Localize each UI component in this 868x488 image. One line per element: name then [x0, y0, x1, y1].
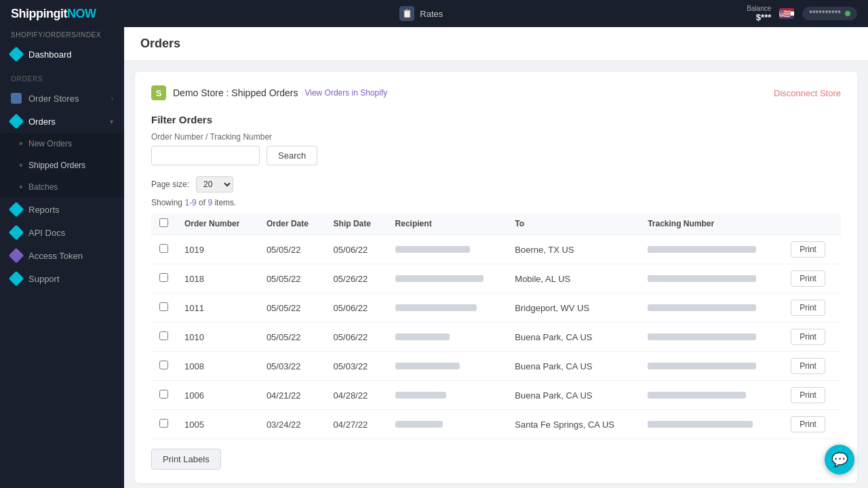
print-button[interactable]: Print — [791, 329, 825, 345]
disconnect-store-link[interactable]: Disconnect Store — [774, 88, 841, 98]
row-checkbox[interactable] — [159, 361, 168, 369]
new-orders-label: New Orders — [28, 139, 72, 148]
order-number-cell: 1019 — [176, 235, 258, 264]
th-ship-date: Ship Date — [326, 213, 387, 235]
sidebar-item-new-orders[interactable]: New Orders — [0, 133, 124, 155]
flag-icon: 🇺🇸 — [779, 8, 794, 19]
sidebar-item-order-stores[interactable]: Order Stores › — [0, 87, 124, 110]
print-button[interactable]: Print — [791, 358, 825, 374]
order-number-cell: 1006 — [176, 381, 258, 410]
tracking-blurred — [648, 246, 756, 253]
th-checkbox — [151, 213, 176, 235]
print-cell: Print — [783, 381, 841, 410]
page-size-label: Page size: — [151, 180, 189, 189]
table-controls: Page size: 20 50 100 — [151, 176, 841, 192]
table-row: 1008 05/03/22 05/03/22 Buena Park, CA US… — [151, 352, 841, 381]
row-checkbox[interactable] — [159, 273, 168, 282]
tracking-cell — [639, 410, 783, 439]
row-checkbox[interactable] — [159, 331, 168, 340]
rates-nav-item[interactable]: 📋 Rates — [399, 6, 443, 21]
sidebar-item-dashboard[interactable]: Dashboard — [0, 43, 124, 66]
row-checkbox[interactable] — [159, 419, 168, 428]
print-labels-button[interactable]: Print Labels — [151, 449, 221, 470]
print-cell: Print — [783, 323, 841, 352]
to-cell: Bridgeport, WV US — [507, 293, 639, 323]
sidebar-item-batches[interactable]: Batches — [0, 176, 124, 198]
recipient-blurred — [395, 333, 450, 340]
recipient-blurred — [395, 246, 470, 253]
th-tracking-number: Tracking Number — [639, 213, 783, 235]
select-all-checkbox[interactable] — [159, 218, 168, 227]
filter-row: Search — [151, 146, 841, 165]
order-date-cell: 05/03/22 — [258, 352, 326, 381]
print-cell: Print — [783, 264, 841, 293]
ship-date-cell: 05/26/22 — [326, 264, 387, 293]
filter-label: Order Number / Tracking Number — [151, 132, 841, 142]
ship-date-cell: 04/27/22 — [326, 410, 387, 439]
print-cell: Print — [783, 410, 841, 439]
recipient-blurred — [395, 275, 484, 282]
rates-label: Rates — [420, 9, 443, 19]
recipient-blurred — [395, 304, 477, 311]
dashboard-icon — [9, 47, 24, 62]
online-indicator — [845, 11, 850, 16]
recipient-blurred — [395, 421, 443, 428]
print-button[interactable]: Print — [791, 387, 825, 403]
sidebar-item-orders[interactable]: Orders ▾ — [0, 110, 124, 133]
logo-text: ShippingitNOW — [11, 7, 96, 21]
order-number-cell: 1011 — [176, 293, 258, 323]
order-number-cell: 1008 — [176, 352, 258, 381]
ship-date-cell: 05/06/22 — [326, 323, 387, 352]
store-title-area: S Demo Store : Shipped Orders View Order… — [151, 85, 387, 100]
print-button[interactable]: Print — [791, 416, 825, 432]
search-button[interactable]: Search — [267, 146, 317, 165]
print-cell: Print — [783, 235, 841, 264]
store-name: Demo Store : Shipped Orders — [173, 87, 298, 98]
logo-area: ShippingitNOW — [11, 7, 96, 21]
chat-bubble[interactable]: 💬 — [825, 445, 854, 474]
view-orders-link[interactable]: View Orders in Shopify — [304, 88, 387, 98]
print-button[interactable]: Print — [791, 300, 825, 316]
table-row: 1010 05/05/22 05/06/22 Buena Park, CA US… — [151, 323, 841, 352]
print-button[interactable]: Print — [791, 241, 825, 258]
sidebar-item-shipped-orders[interactable]: Shipped Orders — [0, 155, 124, 176]
sidebar-item-reports[interactable]: Reports — [0, 198, 124, 221]
chevron-down-icon: ▾ — [110, 118, 113, 125]
sidebar-item-api-docs[interactable]: API Docs — [0, 221, 124, 244]
recipient-cell — [387, 352, 507, 381]
to-cell: Santa Fe Springs, CA US — [507, 410, 639, 439]
th-recipient: Recipient — [387, 213, 507, 235]
print-button[interactable]: Print — [791, 270, 825, 287]
print-cell: Print — [783, 293, 841, 323]
order-date-cell: 05/05/22 — [258, 235, 326, 264]
access-token-icon — [9, 248, 24, 264]
table-row: 1019 05/05/22 05/06/22 Boerne, TX US Pri… — [151, 235, 841, 264]
page-size-select[interactable]: 20 50 100 — [196, 176, 233, 192]
tracking-blurred — [648, 392, 746, 399]
sidebar-item-access-token[interactable]: Access Token — [0, 244, 124, 267]
row-checkbox[interactable] — [159, 302, 168, 311]
to-cell: Boerne, TX US — [507, 235, 639, 264]
showing-range: 1-9 — [184, 198, 196, 207]
row-checkbox-cell — [151, 293, 176, 323]
table-row: 1011 05/05/22 05/06/22 Bridgeport, WV US… — [151, 293, 841, 323]
order-date-cell: 05/05/22 — [258, 293, 326, 323]
table-row: 1018 05/05/22 05/26/22 Mobile, AL US Pri… — [151, 264, 841, 293]
filter-title: Filter Orders — [151, 114, 841, 125]
recipient-cell — [387, 323, 507, 352]
support-label: Support — [28, 274, 60, 284]
order-date-cell: 05/05/22 — [258, 323, 326, 352]
search-input[interactable] — [151, 146, 260, 165]
row-checkbox-cell — [151, 264, 176, 293]
recipient-blurred — [395, 392, 446, 399]
sidebar-item-support[interactable]: Support — [0, 267, 124, 290]
recipient-blurred — [395, 363, 460, 369]
access-token-label: Access Token — [28, 251, 83, 261]
tracking-cell — [639, 235, 783, 264]
th-order-date: Order Date — [258, 213, 326, 235]
row-checkbox[interactable] — [159, 244, 168, 253]
user-pill[interactable]: ********** — [802, 7, 857, 20]
tracking-blurred — [648, 363, 756, 369]
orders-label: Orders — [28, 117, 56, 127]
row-checkbox[interactable] — [159, 390, 168, 399]
